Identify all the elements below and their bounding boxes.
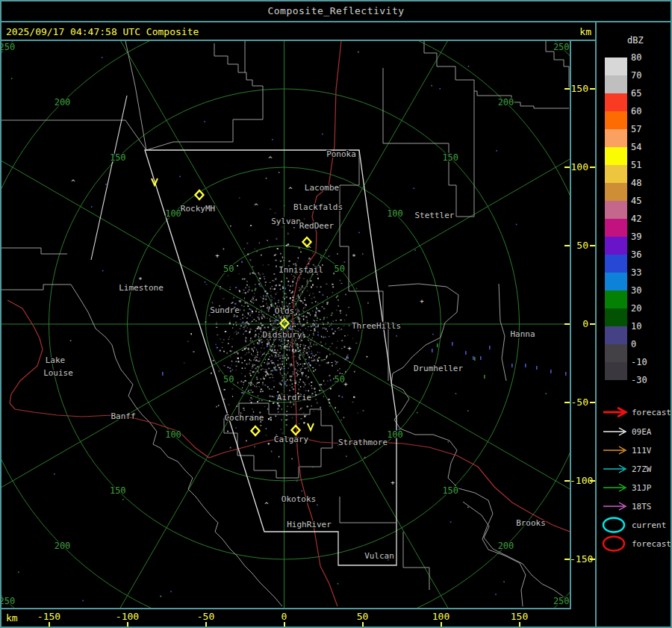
ring-distance-label: 250 bbox=[553, 42, 570, 52]
dbz-scale-label: 42 bbox=[631, 214, 641, 224]
radar-map-viewport[interactable]: 5050505010010010010015015015015020020020… bbox=[1, 41, 570, 608]
ring-distance-label: 200 bbox=[498, 97, 514, 108]
right-axis-label: -100 bbox=[570, 475, 588, 486]
city-label: RockyMH bbox=[181, 204, 215, 214]
weak-echo-dash bbox=[162, 372, 164, 376]
city-label: Sylvan bbox=[271, 217, 301, 226]
weak-echo-dash-green bbox=[474, 357, 476, 361]
dbz-scale-label: 48 bbox=[631, 178, 641, 188]
bottom-axis-tick bbox=[127, 622, 128, 627]
storm-track-label: 31JP bbox=[632, 483, 652, 493]
ring-distance-label: 100 bbox=[387, 429, 403, 440]
dbz-color-swatch bbox=[605, 362, 627, 380]
storm-cell-label: current bbox=[632, 520, 666, 530]
ring-distance-label: 200 bbox=[55, 541, 71, 551]
dbz-scale-label: 70 bbox=[631, 70, 641, 81]
bottom-axis-tick bbox=[519, 622, 520, 627]
right-axis-tick bbox=[590, 323, 595, 325]
right-axis-tick bbox=[590, 559, 595, 560]
map-point-marker: + bbox=[215, 252, 220, 259]
ring-distance-label: 150 bbox=[442, 485, 458, 496]
dbz-scale-label: 57 bbox=[631, 124, 641, 134]
map-point-marker: + bbox=[343, 380, 348, 388]
dbz-scale-label: 36 bbox=[631, 249, 641, 260]
dbz-color-swatch bbox=[605, 165, 627, 183]
weak-echo-dash bbox=[550, 370, 552, 373]
storm-cell-label: forecast bbox=[632, 539, 671, 549]
weak-echo-dash bbox=[465, 351, 467, 355]
weak-echo-dash bbox=[536, 366, 538, 370]
weak-echo-dash bbox=[452, 342, 453, 346]
map-point-marker: + bbox=[391, 479, 395, 486]
weak-echo-dash bbox=[480, 356, 482, 360]
right-axis-tick bbox=[590, 245, 595, 246]
ring-distance-label: 100 bbox=[165, 208, 181, 219]
city-label: ThreeHills bbox=[352, 321, 401, 331]
right-axis-tick bbox=[564, 323, 570, 325]
city-label: Drumheller bbox=[414, 364, 464, 373]
right-axis-label: 0 bbox=[570, 318, 588, 329]
city-label: Okotoks bbox=[281, 494, 316, 504]
storm-track-label: forecast bbox=[632, 408, 671, 417]
dbz-color-swatch bbox=[605, 326, 627, 344]
bottom-axis-tick bbox=[49, 622, 50, 627]
dbz-scale-label: -10 bbox=[631, 357, 647, 367]
dbz-scale-label: 51 bbox=[631, 160, 641, 170]
ring-distance-label: 150 bbox=[110, 152, 126, 163]
city-label: Innisfail bbox=[279, 265, 323, 275]
bottom-axis-label: 50 bbox=[357, 611, 369, 622]
ring-distance-label: 150 bbox=[442, 152, 458, 163]
right-axis-tick bbox=[564, 245, 570, 246]
bottom-axis-label: 150 bbox=[511, 611, 528, 622]
ring-distance-label: 50 bbox=[335, 264, 345, 274]
ring-distance-label: 50 bbox=[223, 264, 234, 274]
dbz-scale-label: 10 bbox=[631, 321, 641, 332]
ring-distance-label: 100 bbox=[387, 208, 403, 219]
right-axis-unit-label: km bbox=[572, 26, 591, 37]
dbz-color-swatch bbox=[605, 344, 627, 362]
weak-echo-dash bbox=[565, 372, 567, 376]
dbz-scale-label: -30 bbox=[631, 375, 647, 385]
dbz-scale-label: 45 bbox=[631, 196, 641, 206]
city-label: RedDeer bbox=[299, 221, 335, 231]
right-axis-tick bbox=[564, 402, 570, 403]
window-border-top bbox=[0, 0, 672, 1]
ring-distance-label: 100 bbox=[165, 429, 181, 440]
city-label: Didsbury bbox=[263, 330, 302, 340]
bottom-axis-tick bbox=[362, 622, 364, 627]
bottom-axis-label: 0 bbox=[281, 611, 287, 622]
city-label: Stettler bbox=[415, 211, 455, 220]
weak-echo-dash bbox=[432, 349, 433, 352]
city-label: Calgary bbox=[274, 435, 309, 444]
city-label: Brooks bbox=[516, 518, 546, 528]
map-point-marker: ^ bbox=[71, 178, 75, 186]
map-point-marker: ^ bbox=[283, 344, 287, 352]
right-axis-tick bbox=[590, 402, 595, 403]
weak-echo-dash bbox=[473, 356, 474, 360]
weak-echo-dash bbox=[489, 346, 491, 349]
dbz-scale-label: 33 bbox=[631, 267, 641, 278]
bottom-axis-label: -100 bbox=[116, 611, 139, 622]
dbz-scale-label: 54 bbox=[631, 142, 641, 152]
right-axis-label: 50 bbox=[570, 240, 588, 251]
dbz-color-swatch bbox=[605, 273, 627, 290]
city-label: Sundre bbox=[210, 305, 240, 315]
ring-distance-label: 250 bbox=[1, 42, 15, 52]
dbz-scale-label: 20 bbox=[631, 303, 641, 314]
window-title: Composite_Reflectivity bbox=[0, 5, 672, 16]
legend-panel: dBZ807065605754514845423936333020100-10-… bbox=[597, 22, 671, 627]
dbz-color-swatch bbox=[605, 183, 627, 201]
bottom-axis-tick bbox=[205, 622, 207, 627]
storm-track-label: 18TS bbox=[632, 502, 652, 512]
map-point-marker: ^ bbox=[254, 202, 258, 210]
dbz-scale-label: 65 bbox=[631, 88, 641, 99]
storm-track-label: 27ZW bbox=[632, 464, 652, 474]
timestamp-label: 2025/09/17 04:47:58 UTC Composite bbox=[6, 26, 199, 37]
bottom-axis-tick bbox=[284, 622, 285, 627]
city-label: Louise bbox=[43, 368, 73, 378]
dbz-color-swatch bbox=[605, 219, 627, 237]
map-point-marker: ^ bbox=[288, 186, 293, 193]
dbz-color-swatch bbox=[605, 255, 627, 273]
ring-distance-label: 150 bbox=[110, 485, 126, 496]
city-label: Hanna bbox=[510, 329, 535, 339]
